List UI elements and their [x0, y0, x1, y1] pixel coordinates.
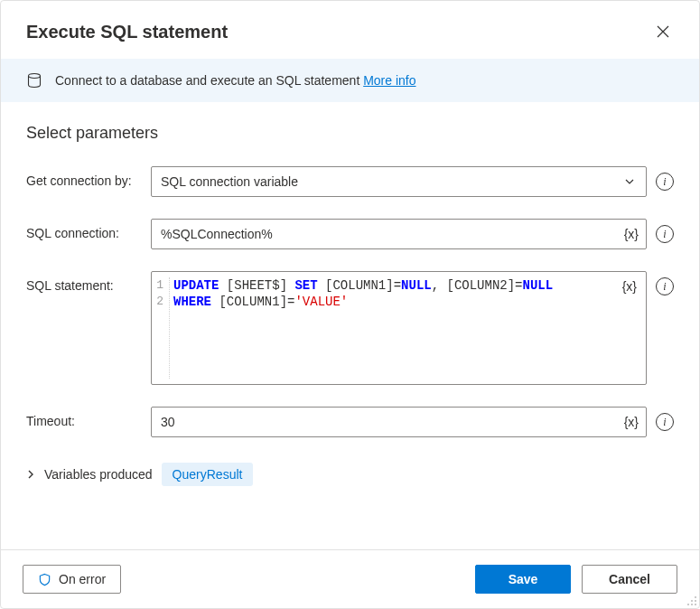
variable-picker-icon[interactable]: {x}	[624, 227, 639, 241]
database-icon	[26, 72, 42, 89]
label-sql-statement: SQL statement:	[26, 271, 151, 293]
input-timeout[interactable]: 30 {x}	[151, 407, 647, 437]
input-value: 30	[161, 415, 175, 429]
more-info-link[interactable]: More info	[363, 73, 415, 88]
input-sql-connection[interactable]: %SQLConnection% {x}	[151, 219, 647, 249]
info-banner: Connect to a database and execute an SQL…	[1, 59, 699, 102]
code-content: UPDATE [SHEET$] SET [COLUMN1]=NULL, [COL…	[170, 277, 553, 379]
section-heading: Select parameters	[26, 124, 674, 143]
close-icon	[657, 25, 669, 38]
variables-produced-row: Variables produced QueryResult	[26, 463, 674, 486]
info-icon[interactable]: i	[656, 277, 674, 295]
row-sql-statement: SQL statement: 1 2 UPDATE [SHEET$] SET […	[26, 271, 674, 385]
dialog-body: Select parameters Get connection by: SQL…	[1, 102, 699, 549]
cancel-button[interactable]: Cancel	[582, 565, 677, 594]
row-timeout: Timeout: 30 {x} i	[26, 407, 674, 437]
svg-point-0	[29, 74, 41, 79]
dialog-footer: On error Save Cancel	[1, 549, 699, 608]
svg-point-4	[687, 604, 689, 605]
dialog: Execute SQL statement Connect to a datab…	[0, 0, 700, 609]
label-sql-connection: SQL connection:	[26, 219, 151, 240]
label-get-connection-by: Get connection by:	[26, 166, 151, 188]
svg-point-1	[695, 596, 696, 598]
info-banner-text: Connect to a database and execute an SQL…	[55, 73, 416, 88]
on-error-label: On error	[59, 572, 106, 586]
row-get-connection-by: Get connection by: SQL connection variab…	[26, 166, 674, 197]
variable-picker-icon[interactable]: {x}	[622, 279, 637, 294]
chevron-down-icon	[624, 176, 635, 187]
row-sql-connection: SQL connection: %SQLConnection% {x} i	[26, 219, 674, 249]
info-icon[interactable]: i	[656, 225, 674, 243]
shield-icon	[38, 573, 51, 586]
select-get-connection-by[interactable]: SQL connection variable	[151, 166, 647, 197]
save-button[interactable]: Save	[475, 565, 571, 594]
svg-point-2	[691, 600, 693, 602]
on-error-button[interactable]: On error	[23, 565, 121, 594]
svg-point-3	[695, 600, 696, 602]
dialog-title: Execute SQL statement	[26, 22, 228, 42]
variable-picker-icon[interactable]: {x}	[624, 415, 639, 429]
close-button[interactable]	[649, 17, 677, 46]
info-icon[interactable]: i	[656, 173, 674, 191]
textarea-sql-statement[interactable]: 1 2 UPDATE [SHEET$] SET [COLUMN1]=NULL, …	[151, 271, 647, 385]
svg-point-5	[691, 604, 693, 605]
variable-chip-queryresult[interactable]: QueryResult	[162, 463, 254, 486]
select-value: SQL connection variable	[161, 174, 298, 189]
svg-point-6	[695, 604, 696, 605]
label-timeout: Timeout:	[26, 407, 151, 428]
resize-grip-icon[interactable]	[686, 595, 697, 606]
chevron-right-icon[interactable]	[26, 470, 35, 479]
variables-produced-label: Variables produced	[44, 467, 153, 482]
info-icon[interactable]: i	[656, 413, 674, 431]
input-value: %SQLConnection%	[161, 227, 273, 241]
dialog-header: Execute SQL statement	[1, 1, 699, 59]
line-gutter: 1 2	[152, 277, 170, 379]
